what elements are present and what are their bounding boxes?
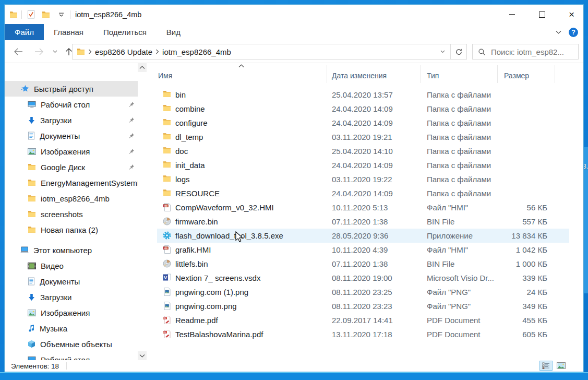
sidebar-item-desktop-pinned[interactable]: Рабочий стол bbox=[5, 97, 138, 112]
sidebar-item-pictures[interactable]: Изображения bbox=[5, 305, 138, 320]
column-separator[interactable] bbox=[555, 65, 555, 83]
column-header-size[interactable]: Размер bbox=[504, 68, 529, 83]
qat-customize-button[interactable] bbox=[56, 9, 66, 20]
crumb-sep-icon bbox=[155, 49, 159, 54]
column-header-date[interactable]: Дата изменения bbox=[332, 68, 387, 83]
tab-home[interactable]: Главная bbox=[44, 24, 93, 40]
chev-down-sm-icon bbox=[440, 50, 445, 53]
file-name: configure bbox=[175, 116, 208, 130]
file-size: 56 КБ bbox=[465, 200, 547, 215]
chev-up-icon bbox=[139, 66, 145, 69]
sidebar-item-google-drive[interactable]: Google Диск bbox=[5, 159, 138, 175]
tab-share[interactable]: Поделиться bbox=[93, 24, 157, 40]
pin-icon bbox=[128, 148, 135, 155]
help-icon[interactable]: ? bbox=[569, 28, 578, 37]
column-header-type[interactable]: Тип bbox=[427, 68, 439, 83]
file-name: doc bbox=[175, 144, 188, 158]
sidebar-item-videos[interactable]: Видео bbox=[5, 258, 138, 274]
search-input[interactable] bbox=[490, 47, 575, 57]
breadcrumb: esp8266 Updateiotm_esp8266_4mb bbox=[73, 48, 435, 56]
sidebar-item-screenshots[interactable]: screenshots bbox=[5, 206, 138, 222]
breadcrumb-item[interactable]: esp8266 Update bbox=[95, 48, 152, 56]
file-row[interactable]: VNextion 7_ screens.vsdx08.11.2020 19:00… bbox=[157, 271, 569, 285]
file-row[interactable]: logs03.11.2020 19:22Папка с файлами bbox=[157, 172, 569, 186]
file-name: Nextion 7_ screens.vsdx bbox=[175, 271, 260, 285]
tab-view[interactable]: Вид bbox=[157, 24, 190, 40]
file-row[interactable]: combine24.04.2020 14:09Папка с файлами bbox=[157, 102, 569, 116]
computer-icon bbox=[20, 246, 29, 254]
scroll-down-icon[interactable] bbox=[138, 351, 147, 360]
qat-new-folder-button[interactable] bbox=[41, 9, 51, 20]
sidebar-item-label: Рабочий стол bbox=[41, 355, 138, 361]
file-row[interactable]: HMIgrafik.HMI10.11.2020 4:39Файл "HMI"1 … bbox=[157, 243, 569, 257]
file-row[interactable]: pngwing.com (1).png08.11.2020 23:25Файл … bbox=[157, 285, 569, 299]
column-separator[interactable] bbox=[327, 65, 327, 83]
sidebar-item-this-pc[interactable]: Этот компьютер bbox=[5, 242, 138, 258]
recent-locations-chevron-icon[interactable] bbox=[49, 40, 61, 63]
ribbon-collapse-chevron-icon[interactable] bbox=[556, 30, 561, 34]
scroll-up-icon[interactable] bbox=[138, 63, 147, 72]
sidebar-item-desktop[interactable]: Рабочий стол bbox=[5, 352, 138, 360]
file-row[interactable]: flash_download_tool_3.8.5.exe28.05.2020 … bbox=[157, 229, 569, 243]
address-bar[interactable]: esp8266 Updateiotm_esp8266_4mb bbox=[72, 44, 467, 60]
file-type: Файл "HMI" bbox=[427, 200, 468, 215]
sidebar-item-pictures-pinned[interactable]: Изображения bbox=[5, 144, 138, 159]
file-row[interactable]: pngwing.com.png08.11.2020 23:23Файл "PNG… bbox=[157, 299, 569, 313]
file-row[interactable]: dl_temp03.11.2020 19:21Папка с файлами bbox=[157, 130, 569, 144]
address-dropdown-chevron-icon[interactable] bbox=[435, 44, 450, 59]
breadcrumb-item[interactable]: iotm_esp8266_4mb bbox=[162, 48, 231, 56]
column-separator[interactable] bbox=[421, 65, 421, 83]
sidebar-item-documents-pinned[interactable]: Документы bbox=[5, 128, 138, 144]
file-row[interactable]: doc25.04.2020 14:10Папка с файлами bbox=[157, 144, 569, 158]
maximize-icon bbox=[539, 11, 545, 18]
file-date: 28.05.2020 9:36 bbox=[332, 229, 388, 243]
refresh-button[interactable] bbox=[450, 44, 466, 59]
sidebar-item-music[interactable]: Музыка bbox=[5, 320, 138, 336]
sidebar-item-objects-3d[interactable]: Объемные объекты bbox=[5, 336, 138, 352]
desktop: { "desktop": { "icon_label_fragment": "3… bbox=[0, 0, 588, 380]
file-row[interactable]: HMICompWaveform_v0_32.HMI10.11.2020 5:13… bbox=[157, 200, 569, 215]
quick-access-icon bbox=[20, 85, 29, 93]
sidebar-item-new-folder-2[interactable]: Новая папка (2) bbox=[5, 222, 138, 238]
sidebar-scrollbar[interactable] bbox=[138, 63, 147, 360]
file-row[interactable]: PDFTestBalashovaMarina.pdf13.11.2020 17:… bbox=[157, 327, 569, 341]
file-row[interactable]: configure24.04.2020 14:09Папка с файлами bbox=[157, 116, 569, 130]
file-name: firmware.bin bbox=[175, 215, 218, 229]
close-button[interactable]: × bbox=[560, 5, 583, 24]
file-list-panel: ИмяДата измененияТипРазмер bin25.04.2020… bbox=[147, 63, 582, 360]
sidebar-item-documents[interactable]: Документы bbox=[5, 274, 138, 289]
pdf-icon: PDF bbox=[163, 316, 171, 324]
folder-icon bbox=[163, 161, 171, 168]
minimize-icon bbox=[509, 14, 515, 15]
file-row[interactable]: PDFReadme.pdf22.09.2017 14:41PDF Documen… bbox=[157, 313, 569, 327]
maximize-button[interactable] bbox=[530, 5, 554, 24]
minimize-button[interactable] bbox=[500, 5, 524, 24]
back-icon bbox=[14, 48, 23, 55]
svg-text:PDF: PDF bbox=[163, 331, 167, 334]
file-row[interactable]: firmware.bin07.11.2020 1:38BIN File557 К… bbox=[157, 215, 569, 229]
details-view-button[interactable] bbox=[539, 361, 553, 371]
tab-file[interactable]: Файл bbox=[5, 24, 44, 40]
sort-ascending-icon bbox=[238, 64, 244, 68]
thumbnails-view-button[interactable] bbox=[555, 361, 568, 371]
file-row[interactable]: bin25.04.2020 13:57Папка с файлами bbox=[157, 88, 569, 102]
file-row[interactable]: littlefs.bin07.11.2020 1:38BIN File1 000… bbox=[157, 257, 569, 271]
column-separator[interactable] bbox=[497, 65, 498, 83]
view-buttons bbox=[539, 361, 568, 371]
file-size bbox=[465, 102, 547, 116]
sidebar-item-quick-access[interactable]: Быстрый доступ bbox=[5, 81, 138, 97]
file-size bbox=[465, 144, 547, 158]
back-button[interactable] bbox=[9, 40, 28, 63]
file-row[interactable]: RESOURCE24.04.2020 14:09Папка с файлами bbox=[157, 186, 569, 200]
sidebar-item-downloads-pinned[interactable]: Загрузки bbox=[5, 112, 138, 128]
sidebar-item-energy-folder[interactable]: EnergyManagementSystemN bbox=[5, 175, 138, 191]
column-header-name[interactable]: Имя bbox=[158, 68, 172, 83]
sidebar-item-downloads[interactable]: Загрузки bbox=[5, 289, 138, 305]
file-date: 10.11.2020 4:39 bbox=[332, 243, 388, 257]
forward-button[interactable] bbox=[30, 40, 47, 63]
sidebar-item-iotm-folder[interactable]: iotm_esp8266_4mb bbox=[5, 191, 138, 206]
search-box bbox=[472, 44, 579, 60]
file-row[interactable]: init_data24.04.2020 14:09Папка с файлами bbox=[157, 158, 569, 172]
qat-properties-button[interactable] bbox=[26, 9, 36, 20]
pin-icon bbox=[128, 101, 135, 108]
